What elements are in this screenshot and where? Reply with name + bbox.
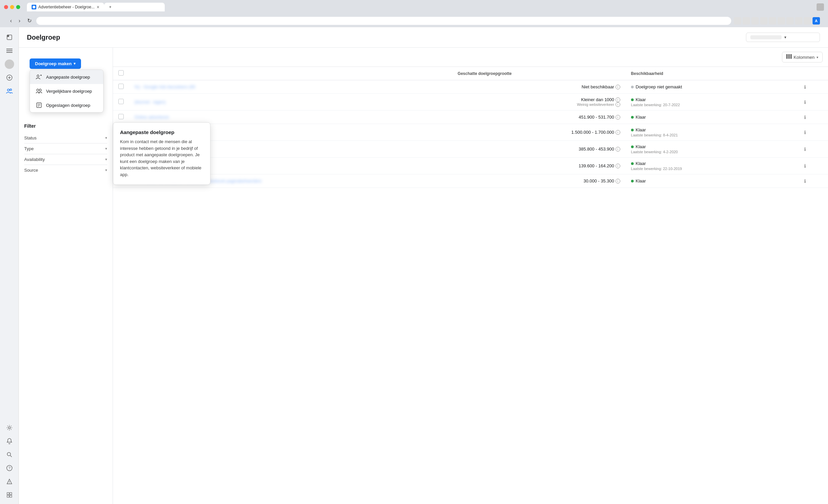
tooltip-title: Aangepaste doelgroep <box>120 129 203 135</box>
sidebar-people-icon[interactable] <box>3 85 15 97</box>
browser-navbar: ‹ › ↻ A <box>4 14 824 27</box>
browser-action-1[interactable] <box>817 3 824 11</box>
row-detail-button[interactable]: ℹ <box>804 178 806 184</box>
row-detail-cell: ℹ <box>799 94 828 111</box>
close-dot[interactable] <box>4 5 8 9</box>
browser-ext-2[interactable] <box>743 17 750 25</box>
row-name[interactable]: Online adverteren <box>134 115 169 120</box>
browser-ext-6[interactable] <box>778 17 785 25</box>
new-tab-button[interactable]: + <box>104 3 165 11</box>
row-detail-button[interactable]: ℹ <box>804 99 806 105</box>
svg-rect-19 <box>7 493 9 495</box>
filter-sidebar: Doelgroep maken ▾ Aangepaste doelgroep <box>19 48 113 504</box>
row-detail-button[interactable]: ℹ <box>804 115 806 120</box>
filter-type-chevron: ▾ <box>105 146 107 151</box>
row-name[interactable]: (blurred - lagen) <box>134 99 166 104</box>
filter-source[interactable]: Source ▾ <box>24 165 107 175</box>
status-dot <box>631 180 634 182</box>
row-avail-date: Laatste bewerking: 22-10-2019 <box>631 167 793 171</box>
account-selector[interactable]: ▾ <box>746 33 820 42</box>
size-info-icon[interactable]: i <box>616 179 620 183</box>
size-info-icon[interactable]: i <box>616 85 620 89</box>
row-detail-button[interactable]: ℹ <box>804 163 806 169</box>
sidebar-add-icon[interactable] <box>3 72 15 84</box>
row-avail-status: Doelgroep niet gemaakt <box>631 84 793 89</box>
status-dot <box>631 86 634 88</box>
sidebar-search-icon[interactable] <box>3 449 15 461</box>
dropdown-item-aangepaste[interactable]: Aangepaste doelgroep <box>30 70 103 84</box>
row-avail-label: Klaar <box>636 97 646 102</box>
forward-button[interactable]: › <box>16 16 22 25</box>
filter-availability[interactable]: Availability ▾ <box>24 154 107 165</box>
row-avail-label: Klaar <box>636 115 646 120</box>
row-detail-button[interactable]: ℹ <box>804 146 806 152</box>
size-info-icon[interactable]: i <box>616 130 620 135</box>
row-checkbox[interactable] <box>118 99 124 104</box>
size-info-icon[interactable]: i <box>616 147 620 152</box>
saved-audience-icon <box>35 101 43 109</box>
close-tab-button[interactable]: ✕ <box>96 5 100 9</box>
browser-ext-5[interactable] <box>769 17 776 25</box>
row-size-cell: 451.900 - 531.700i <box>452 111 625 124</box>
svg-point-26 <box>37 89 39 91</box>
dropdown-item-opgeslagen[interactable]: Opgeslagen doelgroep <box>30 98 103 112</box>
row-checkbox[interactable] <box>118 84 124 89</box>
browser-ext-1[interactable] <box>734 17 741 25</box>
row-size-value: 385.800 - 453.900 <box>579 146 614 152</box>
sidebar-settings-icon[interactable] <box>3 422 15 434</box>
browser-ext-9[interactable] <box>804 17 811 25</box>
page-header: Doelgroep ▾ <box>19 27 828 48</box>
row-detail-button[interactable]: ℹ <box>804 84 806 90</box>
dropdown-item-label-opgeslagen: Opgeslagen doelgroep <box>46 103 90 108</box>
filter-type[interactable]: Type ▾ <box>24 143 107 154</box>
minimize-dot[interactable] <box>10 5 14 9</box>
dropdown-item-vergelijkbare[interactable]: Vergelijkbare doelgroep <box>30 84 103 98</box>
filter-status[interactable]: Status ▾ <box>24 133 107 143</box>
table-header-row: Geschatte doelgroepgrootte Beschikbaarhe… <box>113 67 828 80</box>
svg-point-23 <box>37 75 39 77</box>
columns-button[interactable]: Kolommen ▾ <box>782 52 823 62</box>
sidebar-help-icon[interactable]: ? <box>3 462 15 474</box>
refresh-button[interactable]: ↻ <box>25 16 34 25</box>
dropdown-item-label-vergelijkbare: Vergelijkbare doelgroep <box>46 89 92 94</box>
custom-audience-icon <box>35 73 43 81</box>
profile-icon[interactable]: A <box>813 17 820 25</box>
size-info-icon[interactable]: i <box>616 164 620 168</box>
table-row: +45 km, 25-65m, Digitale marketing, Face… <box>113 174 828 188</box>
sidebar-home-icon[interactable] <box>3 31 15 43</box>
filter-section: Filter Status ▾ Type ▾ Availability ▾ S <box>24 123 107 175</box>
tooltip-body: Kom in contact met de mensen die al inte… <box>120 138 203 178</box>
sidebar-menu-icon[interactable] <box>3 45 15 57</box>
table-row: Online Marketing doelgroep1.500.000 - 1.… <box>113 124 828 141</box>
browser-ext-4[interactable] <box>760 17 767 25</box>
back-button[interactable]: ‹ <box>8 16 14 25</box>
browser-ext-8[interactable] <box>795 17 802 25</box>
row-name[interactable]: %) - Google Ads bezoekers (90 <box>134 84 195 89</box>
columns-chevron-icon: ▾ <box>817 55 818 59</box>
active-tab[interactable]: Advertentiebeheer - Doelgroe... ✕ <box>27 3 104 11</box>
create-btn-label: Doelgroep maken <box>35 61 72 66</box>
create-audience-button[interactable]: Doelgroep maken ▾ <box>30 58 81 69</box>
row-checkbox[interactable] <box>118 114 124 119</box>
size-info-icon[interactable]: i <box>616 115 620 120</box>
header-checkbox[interactable] <box>118 70 124 76</box>
row-detail-cell: ℹ <box>799 124 828 141</box>
row-detail-button[interactable]: ℹ <box>804 130 806 135</box>
row-size-value: Niet beschikbaar <box>582 84 614 89</box>
row-detail-cell: ℹ <box>799 174 828 188</box>
browser-ext-7[interactable] <box>786 17 794 25</box>
sidebar-bell-icon[interactable] <box>3 435 15 447</box>
row-availability-cell: Klaar Laatste bewerking: 8-4-2021 <box>626 124 799 141</box>
address-bar[interactable] <box>36 17 731 25</box>
maximize-dot[interactable] <box>16 5 20 9</box>
row-detail-cell: ℹ <box>799 80 828 94</box>
sidebar-avatar[interactable] <box>3 58 15 70</box>
row-name-cell: Online adverteren <box>129 111 452 124</box>
filter-type-label: Type <box>24 146 34 151</box>
size-note-info-icon[interactable]: i <box>616 102 620 107</box>
row-name-cell: (blurred - lagen) <box>129 94 452 111</box>
sidebar-experiments-icon[interactable] <box>3 475 15 488</box>
browser-ext-3[interactable] <box>751 17 759 25</box>
size-info-icon[interactable]: i <box>616 97 620 102</box>
sidebar-grid-icon[interactable] <box>3 489 15 501</box>
